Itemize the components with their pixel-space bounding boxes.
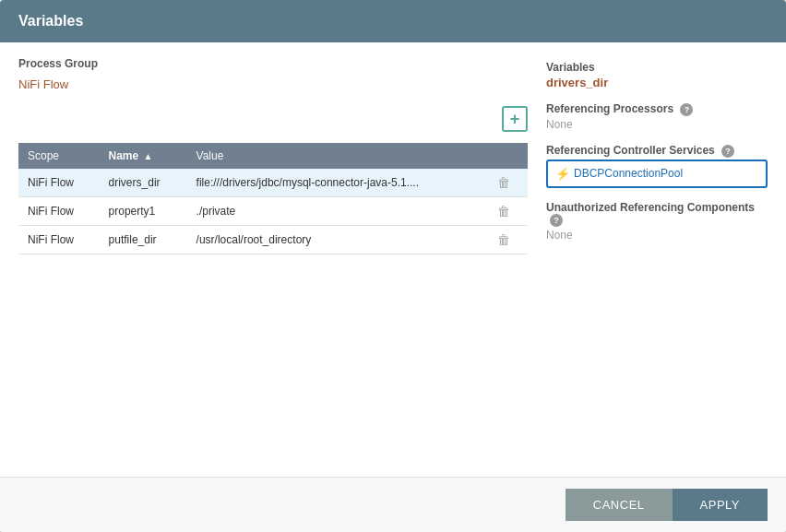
- delete-row-button[interactable]: 🗑: [497, 175, 510, 190]
- referencing-controller-services-help[interactable]: ?: [721, 145, 734, 158]
- delete-row-button[interactable]: 🗑: [497, 204, 510, 219]
- add-variable-button[interactable]: +: [502, 106, 528, 132]
- col-header-name[interactable]: Name ▲: [100, 143, 187, 169]
- referencing-processors-value: None: [546, 118, 768, 131]
- cell-action: 🗑: [488, 169, 528, 197]
- referencing-processors-section: Referencing Processors ? None: [546, 102, 768, 131]
- cancel-button[interactable]: CANCEL: [566, 489, 673, 521]
- dialog-body: Process Group NiFi Flow + Scope Name ▲ V…: [0, 42, 786, 477]
- variables-section-value: drivers_dir: [546, 76, 768, 89]
- delete-row-button[interactable]: 🗑: [497, 232, 510, 247]
- process-group-value: NiFi Flow: [18, 77, 528, 91]
- cell-scope: NiFi Flow: [18, 226, 100, 254]
- dbcp-connection-pool-link[interactable]: ⚡ DBCPConnectionPool: [555, 167, 758, 181]
- referencing-controller-services-section: Referencing Controller Services ? ⚡ DBCP…: [546, 144, 768, 188]
- cell-value: file:///drivers/jdbc/mysql-connector-jav…: [187, 169, 489, 197]
- right-panel: Variables drivers_dir Referencing Proces…: [546, 57, 768, 462]
- dialog-footer: CANCEL APPLY: [0, 477, 786, 532]
- bolt-icon: ⚡: [555, 167, 570, 181]
- cell-name: drivers_dir: [100, 169, 187, 197]
- apply-button[interactable]: APPLY: [673, 489, 768, 521]
- table-row[interactable]: NiFi Flowputfile_dir/usr/local/root_dire…: [18, 226, 528, 254]
- variables-dialog: Variables Process Group NiFi Flow + Scop…: [0, 0, 786, 532]
- unauthorized-referencing-help[interactable]: ?: [550, 214, 563, 227]
- sort-arrow-name: ▲: [144, 151, 153, 161]
- unauthorized-referencing-value: None: [546, 229, 768, 242]
- table-row[interactable]: NiFi Flowdrivers_dirfile:///drivers/jdbc…: [18, 169, 528, 197]
- cell-scope: NiFi Flow: [18, 197, 100, 226]
- cell-action: 🗑: [488, 197, 528, 226]
- cell-value: ./private: [187, 197, 489, 226]
- table-header-row: Scope Name ▲ Value: [18, 143, 528, 169]
- referencing-processors-help[interactable]: ?: [680, 103, 693, 116]
- dialog-header: Variables: [0, 0, 786, 42]
- referencing-controller-services-box: ⚡ DBCPConnectionPool: [546, 160, 768, 188]
- variables-table: Scope Name ▲ Value NiFi Flowdrivers_dirf…: [18, 143, 528, 254]
- table-row[interactable]: NiFi Flowproperty1./private🗑: [18, 197, 528, 226]
- variables-section: Variables drivers_dir: [546, 61, 768, 89]
- referencing-controller-services-title: Referencing Controller Services ?: [546, 144, 768, 158]
- dialog-title: Variables: [18, 13, 83, 29]
- col-header-actions: [488, 143, 528, 169]
- table-toolbar: +: [18, 106, 528, 132]
- cell-name: property1: [100, 197, 187, 226]
- cell-value: /usr/local/root_directory: [187, 226, 489, 254]
- col-header-value[interactable]: Value: [187, 143, 489, 169]
- left-panel: Process Group NiFi Flow + Scope Name ▲ V…: [18, 57, 528, 462]
- cell-scope: NiFi Flow: [18, 169, 100, 197]
- process-group-label: Process Group: [18, 57, 528, 70]
- variables-section-title: Variables: [546, 61, 768, 74]
- col-header-scope[interactable]: Scope: [18, 143, 100, 169]
- unauthorized-referencing-title: Unauthorized Referencing Components ?: [546, 201, 768, 228]
- referencing-processors-title: Referencing Processors ?: [546, 102, 768, 116]
- unauthorized-referencing-section: Unauthorized Referencing Components ? No…: [546, 201, 768, 242]
- cell-action: 🗑: [488, 226, 528, 254]
- cell-name: putfile_dir: [100, 226, 187, 254]
